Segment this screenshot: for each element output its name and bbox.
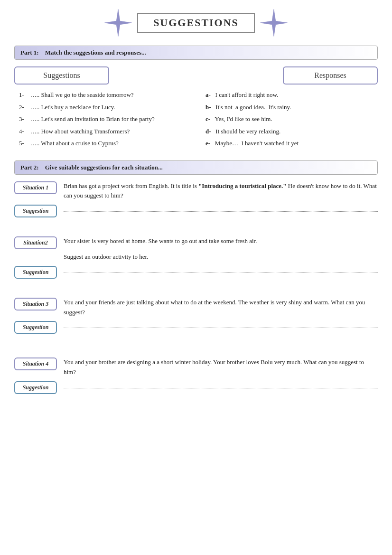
star-left-icon [104, 9, 132, 37]
suggestion-4-block: Suggestion [14, 381, 378, 394]
list-item: 4- ….. How about watching Transformers? [19, 127, 191, 136]
list-item: 3- ….. Let's send an invitation to Brian… [19, 114, 191, 124]
suggestion-3-block: Suggestion [14, 321, 378, 334]
list-item: a- I can't afford it right now. [205, 90, 378, 100]
part1-label: Part 1: [20, 49, 39, 56]
list-item: b- It's not a good idea. It's rainy. [205, 103, 378, 112]
suggestions-col-header: Suggestions [14, 66, 109, 85]
list-item: 1- ….. Shall we go to the seaside tomorr… [19, 90, 191, 100]
situation-2-block: Situation2 Your sister is very bored at … [14, 236, 378, 249]
part1-instruction: Match the suggestions and responses... [45, 49, 146, 56]
list-item: 2- ….. Let's buy a necklace for Lucy. [19, 103, 191, 112]
suggestions-list: 1- ….. Shall we go to the seaside tomorr… [14, 90, 191, 151]
suggestion-2-block: Suggestion [14, 266, 378, 279]
suggestion-4-line [64, 388, 378, 388]
suggestion-4-label: Suggestion [14, 381, 57, 394]
situation-2-text: Your sister is very bored at home. She w… [64, 236, 378, 246]
svg-marker-1 [260, 9, 287, 37]
list-item: c- Yes, I'd like to see him. [205, 114, 378, 124]
situation-2-extra-text: Suggest an outdoor activity to her. [64, 252, 378, 262]
star-right-icon [260, 9, 288, 37]
svg-marker-0 [105, 9, 132, 37]
responses-list: a- I can't afford it right now. b- It's … [191, 90, 378, 151]
situation-4-text: You and your brother are designing a a s… [64, 357, 378, 377]
situation-1-block: Situation 1 Brian has got a project work… [14, 181, 378, 201]
list-item: 5- ….. What about a cruise to Cyprus? [19, 139, 191, 148]
suggestion-3-label: Suggestion [14, 321, 57, 334]
situation-3-block: Situation 3 You and your friends are jus… [14, 298, 378, 318]
suggestion-3-line [64, 328, 378, 328]
page-title: SUGGESTIONS [137, 13, 255, 33]
part2-instruction: Give suitable suggestions for each situa… [45, 164, 163, 171]
part1-banner: Part 1: Match the suggestions and respon… [14, 46, 378, 60]
situation-3-label: Situation 3 [14, 298, 57, 310]
responses-col-header: Responses [283, 66, 378, 85]
suggestion-2-line [64, 273, 378, 273]
part2-banner: Part 2: Give suitable suggestions for ea… [14, 160, 378, 175]
suggestion-1-block: Suggestion [14, 205, 378, 217]
situation-3-text: You and your friends are just talking ab… [64, 298, 378, 318]
situation-1-text: Brian has got a project work from Englis… [64, 181, 378, 201]
page: SUGGESTIONS Part 1: Match the suggestion… [0, 0, 392, 555]
suggestion-2-label: Suggestion [14, 266, 57, 279]
column-headers: Suggestions Responses [14, 66, 378, 85]
situation-2-label: Situation2 [14, 236, 57, 249]
part2-label: Part 2: [20, 164, 39, 171]
situation-4-block: Situation 4 You and your brother are des… [14, 357, 378, 377]
header: SUGGESTIONS [14, 9, 378, 37]
match-area: 1- ….. Shall we go to the seaside tomorr… [14, 90, 378, 151]
suggestion-1-line [64, 211, 378, 212]
suggestion-1-label: Suggestion [14, 205, 57, 217]
situation-1-label: Situation 1 [14, 181, 57, 194]
list-item: d- It should be very relaxing. [205, 127, 378, 136]
list-item: e- Maybe… I haven't watched it yet [205, 139, 378, 148]
situation-4-label: Situation 4 [14, 357, 57, 370]
